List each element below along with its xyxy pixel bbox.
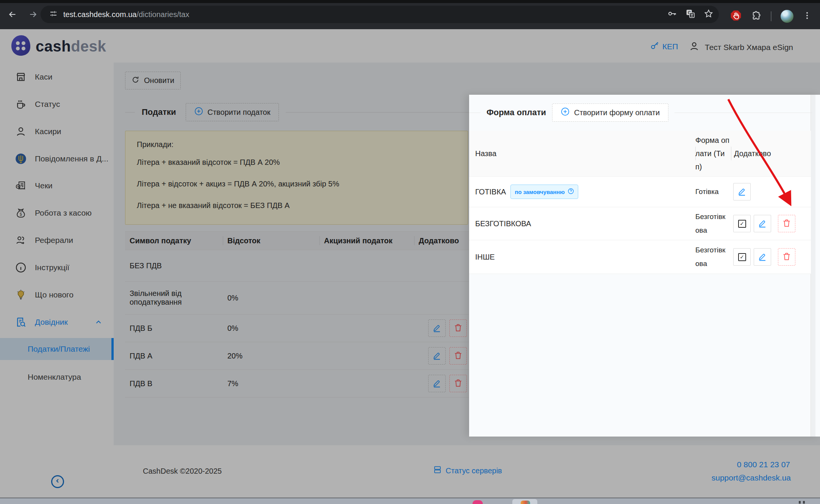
- panel-scrollbar[interactable]: [811, 95, 815, 437]
- toggle-active-button[interactable]: ✓: [733, 248, 751, 266]
- payment-type: Безготівкова: [695, 243, 731, 271]
- payment-panel-header: Форма оплати Створити форму оплати: [469, 103, 812, 122]
- payment-type: Готівка: [695, 185, 731, 199]
- payment-row-gotivka: ГОТІВКА по замовчуванню Готівка: [469, 177, 811, 207]
- col-type: Форма оплати (Тип): [695, 134, 731, 174]
- checkbox-checked-icon: ✓: [738, 220, 746, 228]
- payment-form-panel: Форма оплати Створити форму оплати Назва…: [469, 95, 820, 437]
- divider-line: [469, 113, 480, 113]
- question-circle-icon[interactable]: [568, 188, 574, 196]
- divider-line: [674, 113, 812, 113]
- os-taskbar[interactable]: [0, 498, 820, 504]
- taskbar-app-icon[interactable]: [521, 501, 530, 504]
- bookmark-star-icon[interactable]: [704, 9, 714, 20]
- window-top-edge: [0, 0, 820, 3]
- payment-row-inshe: ІНШЕ Безготівкова ✓: [469, 240, 811, 274]
- pencil-icon: [758, 252, 767, 262]
- payment-type: Безготівкова: [695, 210, 731, 237]
- edit-button[interactable]: [754, 248, 771, 266]
- adblock-extension-icon[interactable]: [730, 9, 742, 23]
- checkbox-checked-icon: ✓: [738, 253, 746, 261]
- payment-row-bezgotivkova: БЕЗГОТІВКОВА Безготівкова ✓: [469, 207, 811, 240]
- default-badge-label: по замовчуванню: [515, 189, 565, 195]
- browser-menu-icon[interactable]: [803, 11, 812, 22]
- payment-name: БЕЗГОТІВКОВА: [475, 219, 531, 228]
- payment-name: ГОТІВКА: [475, 188, 506, 196]
- header-separator: [731, 147, 731, 160]
- toggle-active-button[interactable]: ✓: [733, 215, 751, 232]
- create-payment-form-label: Створити форму оплати: [574, 108, 660, 117]
- default-badge: по замовчуванню: [510, 185, 578, 199]
- extensions-puzzle-icon[interactable]: [751, 10, 762, 22]
- screen: cashdesk КЕП Тест Skarb Хмара eSign Каси: [0, 0, 820, 504]
- toolbar-separator: [771, 11, 771, 21]
- payment-form-table: Назва Форма оплати (Тип) Додатково ГОТІВ…: [469, 131, 811, 274]
- back-button[interactable]: [7, 9, 18, 20]
- plus-circle-icon: [561, 107, 570, 118]
- url-bar[interactable]: test.cashdesk.com.ua/dictionaries/tax G: [41, 6, 719, 23]
- trash-icon: [782, 219, 791, 229]
- browser-chrome: test.cashdesk.com.ua/dictionaries/tax G: [0, 0, 820, 29]
- payment-table-header: Назва Форма оплати (Тип) Додатково: [469, 131, 811, 177]
- pencil-icon: [737, 187, 746, 197]
- delete-button[interactable]: [778, 248, 795, 266]
- col-extra: Додатково: [731, 149, 811, 158]
- payment-panel-title: Форма оплати: [487, 108, 546, 117]
- col-name: Назва: [469, 149, 695, 158]
- trash-icon: [782, 252, 791, 262]
- password-key-icon[interactable]: [667, 9, 677, 20]
- site-settings-icon[interactable]: [49, 9, 58, 20]
- pencil-icon: [758, 219, 767, 229]
- taskbar-app-icon[interactable]: [473, 500, 483, 504]
- browser-profile-avatar[interactable]: [781, 10, 793, 23]
- delete-button[interactable]: [778, 215, 795, 232]
- url-text[interactable]: test.cashdesk.com.ua/dictionaries/tax: [63, 10, 189, 19]
- edit-button[interactable]: [754, 215, 771, 232]
- payment-name: ІНШЕ: [475, 253, 495, 261]
- create-payment-form-button[interactable]: Створити форму оплати: [552, 103, 668, 122]
- translate-icon[interactable]: G: [685, 9, 695, 20]
- edit-button[interactable]: [733, 183, 751, 200]
- header-separator: [695, 147, 696, 160]
- forward-button[interactable]: [27, 9, 39, 20]
- taskbar-tray-marks: [799, 501, 805, 504]
